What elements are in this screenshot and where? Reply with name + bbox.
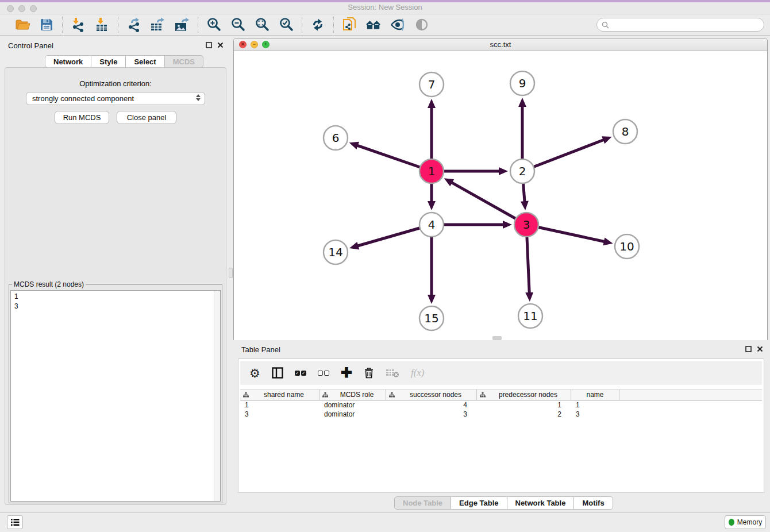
graph-node-15[interactable]: 15: [419, 306, 444, 330]
graph-node-3[interactable]: 3: [514, 213, 538, 237]
node-label: 15: [424, 311, 438, 325]
memory-button[interactable]: Memory: [725, 515, 766, 529]
float-table-panel-icon[interactable]: [745, 346, 752, 352]
graph-node-14[interactable]: 14: [324, 240, 348, 264]
edge-arrowhead: [428, 99, 436, 108]
export-image-icon[interactable]: [174, 17, 190, 33]
tab-mcds[interactable]: MCDS: [165, 55, 203, 68]
table-panel-title: Table Panel: [241, 345, 280, 354]
node-label: 3: [523, 218, 530, 232]
column-header-successor-nodes[interactable]: successor nodes: [386, 390, 477, 400]
zoom-selected-icon[interactable]: [278, 17, 294, 33]
export-table-icon[interactable]: [150, 17, 166, 33]
optimization-criterion-value: strongly connected component: [32, 94, 134, 103]
zoom-in-icon[interactable]: [206, 17, 222, 33]
save-session-icon[interactable]: [38, 17, 55, 33]
optimization-criterion-select[interactable]: strongly connected component: [26, 92, 205, 105]
tab-style[interactable]: Style: [91, 55, 126, 68]
tab-network-table[interactable]: Network Table: [507, 496, 575, 510]
optimization-criterion-label: Optimization criterion:: [5, 79, 226, 88]
table-options-gear-icon[interactable]: ⚙: [249, 365, 260, 380]
delete-column-icon[interactable]: [364, 365, 374, 380]
tab-network[interactable]: Network: [45, 55, 91, 68]
table-row[interactable]: 1dominator411: [240, 400, 762, 410]
export-network-icon[interactable]: [126, 17, 142, 33]
zoom-fit-icon[interactable]: [254, 17, 270, 33]
show-hidden-icon[interactable]: [414, 17, 430, 33]
column-header-name[interactable]: name: [571, 390, 619, 400]
vertical-splitter-grip[interactable]: [229, 268, 233, 278]
clone-network-icon[interactable]: [341, 17, 357, 33]
show-columns-icon[interactable]: [272, 365, 283, 380]
column-header-shared-name[interactable]: shared name: [240, 390, 319, 400]
close-panel-icon[interactable]: [217, 42, 224, 48]
cell-MCDS-role: dominator: [319, 400, 386, 410]
graph-node-2[interactable]: 2: [510, 159, 534, 183]
network-canvas[interactable]: 1234678910111415: [234, 51, 767, 340]
table-panel-tabs: Node TableEdge TableNetwork TableMotifs: [394, 496, 613, 510]
tab-edge-table[interactable]: Edge Table: [451, 496, 507, 510]
select-all-columns-icon[interactable]: ✓✓: [295, 365, 306, 380]
float-panel-icon[interactable]: [206, 42, 212, 48]
deselect-all-columns-icon[interactable]: [318, 365, 329, 380]
graph-node-8[interactable]: 8: [613, 119, 637, 144]
open-session-icon[interactable]: [14, 17, 30, 33]
network-graph[interactable]: 1234678910111415: [234, 51, 767, 340]
node-label: 8: [622, 125, 629, 138]
task-history-button[interactable]: [7, 515, 23, 529]
import-network-icon[interactable]: [70, 17, 86, 33]
search-input[interactable]: [612, 19, 764, 30]
graph-node-10[interactable]: 10: [615, 234, 639, 259]
cell-MCDS-role: dominator: [319, 410, 386, 419]
titlebar-accent: [0, 0, 770, 2]
column-header-MCDS-role[interactable]: MCDS role: [319, 390, 386, 400]
edge-arrowhead: [349, 242, 359, 249]
mcds-result-list[interactable]: 13: [10, 290, 221, 502]
result-scrollbar[interactable]: [214, 291, 220, 501]
cell-name: 3: [571, 410, 619, 419]
graph-node-6[interactable]: 6: [324, 126, 348, 150]
graph-node-4[interactable]: 4: [419, 213, 444, 237]
cell-successor-nodes: 3: [386, 410, 477, 419]
node-label: 2: [519, 164, 526, 178]
search-box: [596, 18, 764, 32]
table-header-row: shared nameMCDS rolesuccessor nodesprede…: [240, 389, 762, 400]
edge-3-1[interactable]: [451, 182, 526, 225]
graph-node-1[interactable]: 1: [419, 159, 444, 183]
close-panel-button[interactable]: Close panel: [117, 111, 176, 124]
control-panel-tabs: NetworkStyleSelectMCDS: [45, 55, 203, 68]
main-toolbar: [0, 14, 770, 36]
node-label: 11: [523, 309, 537, 323]
column-header-predecessor-nodes[interactable]: predecessor nodes: [477, 390, 571, 400]
tab-select[interactable]: Select: [126, 55, 164, 68]
close-table-panel-icon[interactable]: [757, 346, 763, 352]
graph-node-7[interactable]: 7: [419, 72, 444, 97]
cell-successor-nodes: 4: [386, 400, 477, 410]
memory-button-label: Memory: [737, 518, 762, 526]
run-mcds-button[interactable]: Run MCDS: [55, 111, 109, 124]
hide-selected-icon[interactable]: [390, 17, 406, 33]
tab-node-table[interactable]: Node Table: [394, 496, 451, 510]
network-window-title: scc.txt: [234, 40, 767, 49]
delete-table-icon-disabled: [386, 365, 399, 380]
show-all-nodes-edges-icon[interactable]: [365, 17, 382, 33]
edge-arrowhead: [602, 136, 611, 144]
edge-arrowhead: [349, 142, 359, 149]
tab-motifs[interactable]: Motifs: [574, 496, 613, 510]
edge-2-8[interactable]: [522, 140, 605, 171]
node-label: 9: [519, 76, 526, 90]
horizontal-splitter-grip[interactable]: [492, 336, 502, 340]
graph-node-9[interactable]: 9: [510, 71, 534, 95]
zoom-out-icon[interactable]: [230, 17, 246, 33]
cell-shared-name: 1: [240, 400, 319, 410]
status-bar: [0, 512, 770, 532]
add-column-icon[interactable]: ✚: [341, 365, 352, 380]
mcds-result-title: MCDS result (2 nodes): [12, 280, 86, 288]
edge-arrowhead: [603, 237, 613, 245]
import-table-icon[interactable]: [94, 17, 110, 33]
network-window-titlebar[interactable]: ✕ − + scc.txt: [234, 38, 767, 51]
table-row[interactable]: 3dominator323: [240, 410, 762, 419]
node-table-container: ⚙ ✓✓ ✚ f(x) shared nameMCDS rolesuccesso…: [238, 358, 764, 493]
apply-preferred-layout-icon[interactable]: [310, 17, 326, 33]
graph-node-11[interactable]: 11: [518, 304, 542, 328]
